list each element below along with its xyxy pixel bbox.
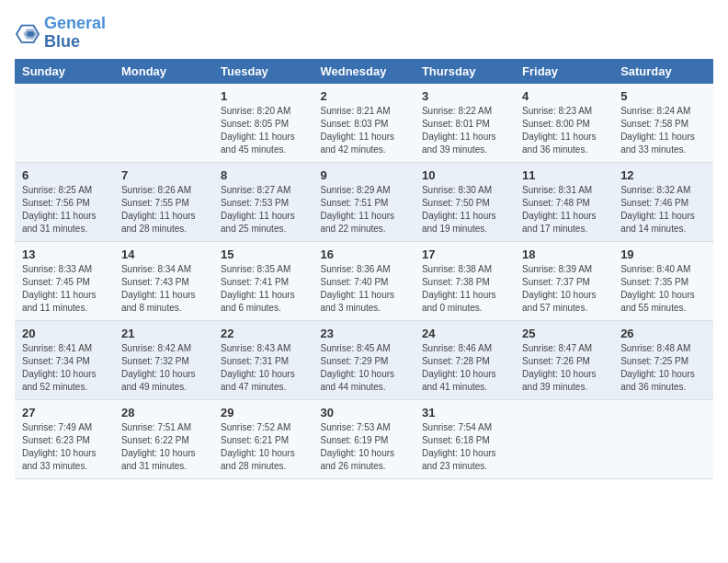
header-thursday: Thursday (415, 59, 515, 84)
calendar-cell: 9Sunrise: 8:29 AMSunset: 7:51 PMDaylight… (313, 162, 414, 241)
calendar-week-2: 6Sunrise: 8:25 AMSunset: 7:56 PMDaylight… (15, 162, 713, 241)
day-detail: Sunrise: 8:42 AMSunset: 7:32 PMDaylight:… (121, 342, 206, 394)
day-number: 18 (522, 247, 606, 261)
day-number: 7 (121, 168, 206, 182)
day-number: 9 (320, 168, 406, 182)
day-number: 26 (620, 327, 706, 340)
calendar-cell: 31Sunrise: 7:54 AMSunset: 6:18 PMDayligh… (415, 399, 515, 478)
header-sunday: Sunday (15, 59, 114, 84)
day-number: 13 (22, 247, 107, 261)
day-detail: Sunrise: 8:23 AMSunset: 8:00 PMDaylight:… (522, 105, 606, 156)
day-detail: Sunrise: 8:22 AMSunset: 8:01 PMDaylight:… (422, 105, 507, 156)
page-header: General Blue (15, 15, 713, 52)
day-number: 11 (522, 168, 606, 182)
day-detail: Sunrise: 8:46 AMSunset: 7:28 PMDaylight:… (422, 342, 507, 394)
day-number: 20 (22, 327, 107, 340)
day-detail: Sunrise: 8:24 AMSunset: 7:58 PMDaylight:… (620, 105, 706, 156)
day-detail: Sunrise: 8:32 AMSunset: 7:46 PMDaylight:… (620, 184, 706, 236)
day-number: 4 (522, 89, 606, 103)
day-detail: Sunrise: 8:41 AMSunset: 7:34 PMDaylight:… (22, 342, 107, 394)
day-number: 27 (22, 406, 107, 419)
calendar-week-1: 1Sunrise: 8:20 AMSunset: 8:05 PMDaylight… (15, 84, 713, 163)
day-number: 14 (121, 247, 206, 261)
calendar-cell: 12Sunrise: 8:32 AMSunset: 7:46 PMDayligh… (613, 162, 713, 241)
calendar-week-3: 13Sunrise: 8:33 AMSunset: 7:45 PMDayligh… (15, 241, 713, 320)
day-detail: Sunrise: 8:38 AMSunset: 7:38 PMDaylight:… (422, 263, 507, 315)
day-number: 3 (422, 89, 507, 103)
day-detail: Sunrise: 8:27 AMSunset: 7:53 PMDaylight:… (221, 184, 305, 236)
calendar-cell: 8Sunrise: 8:27 AMSunset: 7:53 PMDaylight… (213, 162, 313, 241)
day-number: 23 (320, 327, 406, 340)
calendar-cell: 19Sunrise: 8:40 AMSunset: 7:35 PMDayligh… (613, 241, 713, 320)
calendar-cell: 21Sunrise: 8:42 AMSunset: 7:32 PMDayligh… (114, 320, 213, 399)
calendar-cell: 16Sunrise: 8:36 AMSunset: 7:40 PMDayligh… (313, 241, 414, 320)
day-number: 29 (221, 406, 305, 419)
day-detail: Sunrise: 8:31 AMSunset: 7:48 PMDaylight:… (522, 184, 606, 236)
day-number: 1 (221, 89, 305, 103)
calendar-cell: 11Sunrise: 8:31 AMSunset: 7:48 PMDayligh… (515, 162, 613, 241)
day-detail: Sunrise: 8:34 AMSunset: 7:43 PMDaylight:… (121, 263, 206, 315)
logo-text: General Blue (44, 15, 106, 52)
day-number: 28 (121, 406, 206, 419)
day-detail: Sunrise: 7:51 AMSunset: 6:22 PMDaylight:… (121, 421, 206, 473)
header-friday: Friday (515, 59, 613, 84)
calendar-cell: 13Sunrise: 8:33 AMSunset: 7:45 PMDayligh… (15, 241, 114, 320)
day-number: 22 (221, 327, 305, 340)
calendar-cell: 18Sunrise: 8:39 AMSunset: 7:37 PMDayligh… (515, 241, 613, 320)
day-detail: Sunrise: 8:43 AMSunset: 7:31 PMDaylight:… (221, 342, 305, 394)
day-detail: Sunrise: 8:29 AMSunset: 7:51 PMDaylight:… (320, 184, 406, 236)
day-detail: Sunrise: 7:49 AMSunset: 6:23 PMDaylight:… (22, 421, 107, 473)
day-number: 10 (422, 168, 507, 182)
day-number: 31 (422, 406, 507, 419)
calendar-cell: 24Sunrise: 8:46 AMSunset: 7:28 PMDayligh… (415, 320, 515, 399)
calendar-cell: 25Sunrise: 8:47 AMSunset: 7:26 PMDayligh… (515, 320, 613, 399)
day-detail: Sunrise: 8:47 AMSunset: 7:26 PMDaylight:… (522, 342, 606, 394)
day-detail: Sunrise: 7:52 AMSunset: 6:21 PMDaylight:… (221, 421, 305, 473)
calendar-cell: 30Sunrise: 7:53 AMSunset: 6:19 PMDayligh… (313, 399, 414, 478)
day-detail: Sunrise: 8:48 AMSunset: 7:25 PMDaylight:… (620, 342, 706, 394)
day-detail: Sunrise: 8:33 AMSunset: 7:45 PMDaylight:… (22, 263, 107, 315)
calendar-cell: 4Sunrise: 8:23 AMSunset: 8:00 PMDaylight… (515, 84, 613, 163)
calendar-cell: 22Sunrise: 8:43 AMSunset: 7:31 PMDayligh… (213, 320, 313, 399)
logo-icon (15, 22, 40, 44)
day-number: 6 (22, 168, 107, 182)
day-number: 8 (221, 168, 305, 182)
calendar-cell: 2Sunrise: 8:21 AMSunset: 8:03 PMDaylight… (313, 84, 414, 163)
day-number: 17 (422, 247, 507, 261)
calendar-cell: 28Sunrise: 7:51 AMSunset: 6:22 PMDayligh… (114, 399, 213, 478)
calendar-week-4: 20Sunrise: 8:41 AMSunset: 7:34 PMDayligh… (15, 320, 713, 399)
calendar-cell: 20Sunrise: 8:41 AMSunset: 7:34 PMDayligh… (15, 320, 114, 399)
header-saturday: Saturday (613, 59, 713, 84)
logo: General Blue (15, 15, 106, 52)
header-monday: Monday (114, 59, 213, 84)
day-detail: Sunrise: 8:25 AMSunset: 7:56 PMDaylight:… (22, 184, 107, 236)
calendar-cell (114, 84, 213, 163)
day-detail: Sunrise: 8:26 AMSunset: 7:55 PMDaylight:… (121, 184, 206, 236)
day-number: 16 (320, 247, 406, 261)
day-detail: Sunrise: 8:36 AMSunset: 7:40 PMDaylight:… (320, 263, 406, 315)
header-wednesday: Wednesday (313, 59, 414, 84)
calendar-cell: 6Sunrise: 8:25 AMSunset: 7:56 PMDaylight… (15, 162, 114, 241)
day-number: 25 (522, 327, 606, 340)
calendar-header-row: SundayMondayTuesdayWednesdayThursdayFrid… (15, 59, 713, 84)
calendar-week-5: 27Sunrise: 7:49 AMSunset: 6:23 PMDayligh… (15, 399, 713, 478)
calendar-cell: 5Sunrise: 8:24 AMSunset: 7:58 PMDaylight… (613, 84, 713, 163)
day-number: 12 (620, 168, 706, 182)
day-detail: Sunrise: 8:39 AMSunset: 7:37 PMDaylight:… (522, 263, 606, 315)
day-detail: Sunrise: 7:53 AMSunset: 6:19 PMDaylight:… (320, 421, 406, 473)
day-detail: Sunrise: 8:45 AMSunset: 7:29 PMDaylight:… (320, 342, 406, 394)
header-tuesday: Tuesday (213, 59, 313, 84)
calendar-body: 1Sunrise: 8:20 AMSunset: 8:05 PMDaylight… (15, 84, 713, 479)
calendar-cell: 15Sunrise: 8:35 AMSunset: 7:41 PMDayligh… (213, 241, 313, 320)
calendar-cell: 27Sunrise: 7:49 AMSunset: 6:23 PMDayligh… (15, 399, 114, 478)
day-detail: Sunrise: 8:40 AMSunset: 7:35 PMDaylight:… (620, 263, 706, 315)
calendar-cell: 10Sunrise: 8:30 AMSunset: 7:50 PMDayligh… (415, 162, 515, 241)
calendar-cell (15, 84, 114, 163)
calendar-cell: 29Sunrise: 7:52 AMSunset: 6:21 PMDayligh… (213, 399, 313, 478)
day-detail: Sunrise: 8:30 AMSunset: 7:50 PMDaylight:… (422, 184, 507, 236)
day-detail: Sunrise: 7:54 AMSunset: 6:18 PMDaylight:… (422, 421, 507, 473)
day-number: 5 (620, 89, 706, 103)
day-detail: Sunrise: 8:35 AMSunset: 7:41 PMDaylight:… (221, 263, 305, 315)
day-number: 24 (422, 327, 507, 340)
day-number: 15 (221, 247, 305, 261)
